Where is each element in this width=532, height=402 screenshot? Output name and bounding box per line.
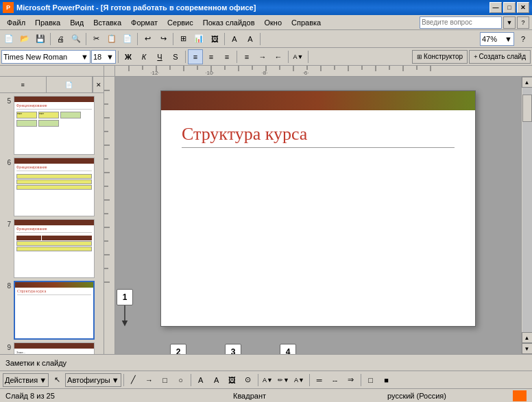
scroll-track[interactable] xyxy=(522,88,532,332)
slide-status: Слайд 8 из 25 xyxy=(5,392,159,400)
cut-button[interactable]: ✂ xyxy=(88,32,104,47)
menu-edit[interactable]: Правка xyxy=(31,17,64,28)
rect-button[interactable]: □ xyxy=(158,373,173,388)
paste-button[interactable]: 📄 xyxy=(120,32,135,47)
fmt-sep5 xyxy=(308,51,309,63)
language-status: русский (Россия) xyxy=(340,392,494,400)
image-button[interactable]: 🖼 xyxy=(207,32,222,47)
search-input[interactable] xyxy=(420,16,502,29)
svg-rect-0 xyxy=(115,66,521,76)
scroll-down-down[interactable]: ▼ xyxy=(522,343,533,354)
arrow-button[interactable]: → xyxy=(142,373,157,388)
slide-preview-5[interactable]: Функционирование текст текст xyxy=(14,96,95,155)
drawing-toolbar: Действия ▼ ↖ Автофигуры ▼ ╱ → □ ○ A A 🖼 … xyxy=(0,370,532,388)
menu-window[interactable]: Окно xyxy=(261,17,287,28)
line-style-button[interactable]: ═ xyxy=(312,373,327,388)
redo-button[interactable]: ↪ xyxy=(156,32,171,47)
fill-color-button[interactable]: A▼ xyxy=(261,373,276,388)
underline-button[interactable]: Ч xyxy=(152,49,167,64)
autoshapes-button[interactable]: Автофигуры ▼ xyxy=(65,373,121,387)
menu-view[interactable]: Вид xyxy=(66,17,88,28)
fontcolor-button[interactable]: A▼ xyxy=(291,49,306,64)
cursor-button[interactable]: ↖ xyxy=(49,373,64,388)
undo-button[interactable]: ↩ xyxy=(140,32,155,47)
maximize-button[interactable]: □ xyxy=(503,2,516,13)
align-left-button[interactable]: ≡ xyxy=(188,49,203,64)
textbox2-button[interactable]: A xyxy=(193,373,208,388)
ellipse-button[interactable]: ○ xyxy=(173,373,189,388)
scroll-up-button[interactable]: ▲ xyxy=(522,77,533,88)
svg-text:·6·: ·6· xyxy=(303,70,309,76)
create-slide-button[interactable]: + Создать слайд xyxy=(469,50,531,64)
arrow-style-button[interactable]: ⇒ xyxy=(343,373,359,388)
scroll-down-up[interactable]: ▲ xyxy=(522,332,533,343)
main-area: ≡ 📄 ✕ 5 Функционирование текст текст xyxy=(0,77,532,354)
scroll-thumb[interactable] xyxy=(522,95,532,122)
menu-service[interactable]: Сервис xyxy=(163,17,197,28)
chart-button[interactable]: 📊 xyxy=(191,32,206,47)
textbox-button[interactable]: A xyxy=(227,32,242,47)
minimize-button[interactable]: — xyxy=(489,2,502,13)
align-right-button[interactable]: ≡ xyxy=(219,49,234,64)
draw-sep3 xyxy=(258,374,258,386)
main-toolbar: 📄 📂 💾 🖨 🔍 ✂ 📋 📄 ↩ ↪ ⊞ 📊 🖼 A A 47%▼ ? xyxy=(0,30,532,48)
save-button[interactable]: 💾 xyxy=(33,32,48,47)
table-button[interactable]: ⊞ xyxy=(176,32,191,47)
close-button[interactable]: ✕ xyxy=(517,2,529,13)
3d-button[interactable]: ■ xyxy=(379,373,394,388)
line-button[interactable]: ╱ xyxy=(126,373,141,388)
constructor-button[interactable]: ⊞ Конструктор xyxy=(412,50,468,64)
list-button[interactable]: ≡ xyxy=(239,49,254,64)
panel-close[interactable]: ✕ xyxy=(93,77,104,92)
search-button[interactable]: ▼ xyxy=(503,16,516,29)
help-icon-button[interactable]: ? xyxy=(516,32,531,47)
copy-button[interactable]: 📋 xyxy=(104,32,119,47)
scrollbar-corner xyxy=(521,66,532,76)
draw-sep5 xyxy=(361,374,361,386)
strikethrough-button[interactable]: S xyxy=(168,49,183,64)
slide-canvas[interactable]: Структура курса xyxy=(160,90,476,327)
slide-preview-8[interactable]: Структура курса xyxy=(14,281,95,340)
font-size-selector[interactable]: 18 ▼ xyxy=(91,50,116,64)
dash-style-button[interactable]: -- xyxy=(328,373,343,388)
diagram-button[interactable]: ⊙ xyxy=(241,373,256,388)
bold-button[interactable]: Ж xyxy=(121,49,136,64)
font-name-selector[interactable]: Times New Roman ▼ xyxy=(1,50,90,64)
preview-button[interactable]: 🔍 xyxy=(69,32,84,47)
outdent-button[interactable]: ← xyxy=(271,49,286,64)
ruler-v-corner xyxy=(104,66,115,76)
svg-text:·10·: ·10· xyxy=(205,70,214,76)
align-center-button[interactable]: ≡ xyxy=(204,49,219,64)
font-color2-button[interactable]: A▼ xyxy=(292,373,307,388)
font-name-arrow: ▼ xyxy=(81,53,88,61)
new-button[interactable]: 📄 xyxy=(1,32,16,47)
menu-bar: Файл Правка Вид Вставка Формат Сервис По… xyxy=(0,15,532,30)
menu-file[interactable]: Файл xyxy=(3,17,29,28)
menu-insert[interactable]: Вставка xyxy=(89,17,125,28)
help-button[interactable]: ? xyxy=(517,16,529,29)
draw-sep2 xyxy=(191,374,191,386)
menu-slideshow[interactable]: Показ слайдов xyxy=(199,17,259,28)
tab-outline[interactable]: 📄 xyxy=(47,77,93,92)
slide-num-8: 8 xyxy=(3,282,11,290)
menu-help[interactable]: Справка xyxy=(287,17,325,28)
wordart2-button[interactable]: A xyxy=(209,373,224,388)
menu-format[interactable]: Формат xyxy=(127,17,162,28)
clipart-button[interactable]: 🖼 xyxy=(225,373,240,388)
print-button[interactable]: 🖨 xyxy=(53,32,68,47)
italic-button[interactable]: К xyxy=(136,49,152,64)
callout-2: 2 xyxy=(170,344,186,354)
actions-button[interactable]: Действия ▼ xyxy=(3,373,49,387)
zoom-selector[interactable]: 47%▼ xyxy=(480,32,514,46)
title-bar: P Microsoft PowerPoint - [Я готов работа… xyxy=(0,0,532,15)
open-button[interactable]: 📂 xyxy=(17,32,32,47)
line-color-button[interactable]: ✏▼ xyxy=(276,373,291,388)
sep5 xyxy=(224,33,225,45)
tab-slides[interactable]: ≡ xyxy=(0,77,47,92)
slide-preview-7[interactable]: Функционирование xyxy=(14,219,95,278)
wordart-button[interactable]: A xyxy=(243,32,258,47)
slide-preview-6[interactable]: Функционирование xyxy=(14,158,95,216)
slide-preview-9[interactable]: Заме... xyxy=(14,342,95,354)
indent-button[interactable]: → xyxy=(255,49,270,64)
shadow-button[interactable]: □ xyxy=(363,373,378,388)
